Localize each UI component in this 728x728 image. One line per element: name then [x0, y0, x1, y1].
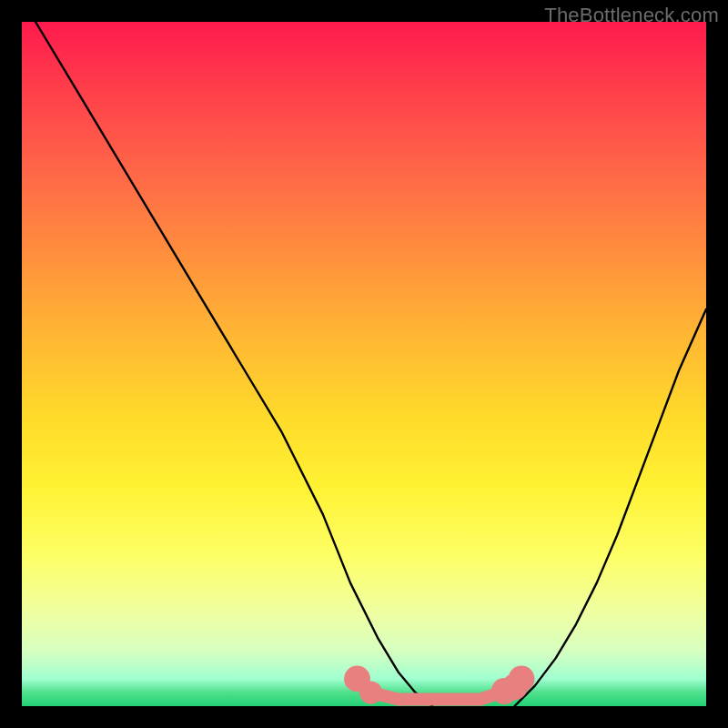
- curve-left: [35, 22, 432, 706]
- gradient-plot-area: [22, 22, 706, 706]
- marker-dot: [359, 681, 382, 703]
- curve-right: [514, 309, 706, 706]
- outer-frame: TheBottleneck.com: [0, 0, 728, 728]
- marker-dot: [509, 666, 535, 693]
- chart-svg: [22, 22, 706, 706]
